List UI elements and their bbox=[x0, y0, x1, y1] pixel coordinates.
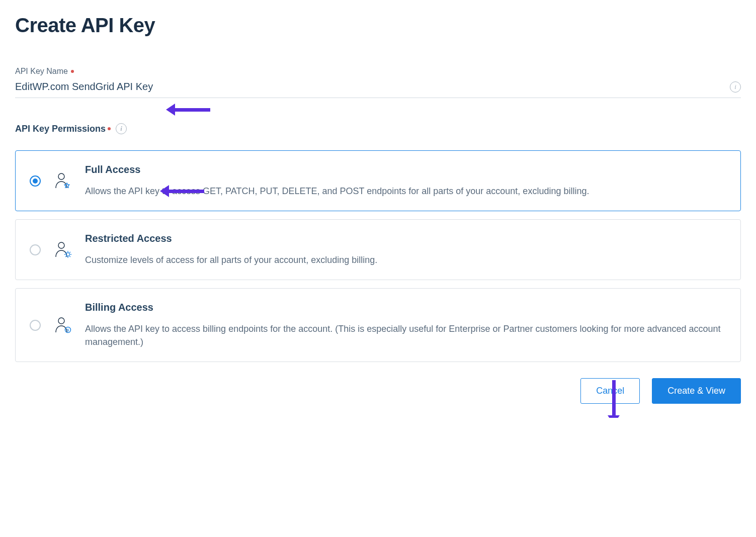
api-key-name-input[interactable] bbox=[15, 79, 730, 95]
radio-button[interactable] bbox=[30, 244, 41, 255]
api-key-name-row: i bbox=[15, 79, 741, 98]
permission-description: Customize levels of access for all parts… bbox=[85, 253, 726, 266]
svg-point-0 bbox=[58, 173, 64, 180]
radio-button[interactable] bbox=[30, 320, 41, 331]
person-dollar-icon: $ bbox=[54, 316, 72, 334]
cancel-button[interactable]: Cancel bbox=[580, 378, 640, 404]
person-star-icon bbox=[54, 172, 72, 190]
svg-point-1 bbox=[58, 242, 64, 248]
permission-title: Billing Access bbox=[85, 302, 726, 313]
permission-content: Full Access Allows the API key to access… bbox=[85, 164, 726, 198]
permission-option-full-access[interactable]: Full Access Allows the API key to access… bbox=[15, 150, 741, 211]
required-indicator-icon bbox=[108, 127, 111, 130]
permission-content: Restricted Access Customize levels of ac… bbox=[85, 233, 726, 266]
radio-selected-indicator-icon bbox=[33, 178, 38, 184]
permission-content: Billing Access Allows the API key to acc… bbox=[85, 302, 726, 348]
permission-option-restricted-access[interactable]: Restricted Access Customize levels of ac… bbox=[15, 219, 741, 280]
api-key-name-label-text: API Key Name bbox=[15, 67, 68, 76]
permission-description: Allows the API key to access GET, PATCH,… bbox=[85, 185, 726, 198]
radio-button[interactable] bbox=[30, 175, 41, 187]
permission-description: Allows the API key to access billing end… bbox=[85, 322, 726, 348]
create-view-button[interactable]: Create & View bbox=[652, 378, 741, 404]
permissions-section-text: API Key Permissions bbox=[15, 124, 106, 134]
permission-option-billing-access[interactable]: $ Billing Access Allows the API key to a… bbox=[15, 288, 741, 362]
permissions-list: Full Access Allows the API key to access… bbox=[15, 150, 741, 362]
info-icon[interactable]: i bbox=[116, 123, 127, 134]
svg-text:$: $ bbox=[67, 328, 69, 332]
required-indicator-icon bbox=[71, 70, 74, 73]
annotation-arrow-icon bbox=[166, 104, 210, 116]
svg-point-3 bbox=[58, 318, 64, 324]
permission-title: Restricted Access bbox=[85, 233, 726, 244]
person-gear-icon bbox=[54, 241, 72, 259]
page-title: Create API Key bbox=[15, 14, 741, 37]
permissions-section-label: API Key Permissions i bbox=[15, 123, 741, 134]
form-actions: Cancel Create & View bbox=[15, 378, 741, 404]
info-icon[interactable]: i bbox=[730, 81, 741, 93]
permission-title: Full Access bbox=[85, 164, 726, 175]
api-key-name-label: API Key Name bbox=[15, 67, 741, 76]
